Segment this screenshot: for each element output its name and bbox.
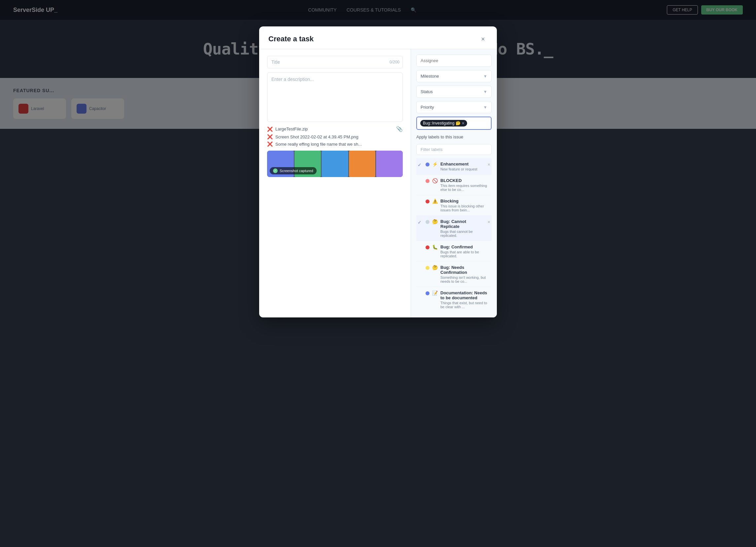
right-panel: Milestone ▼ Status ▼ Priority ▼ Bug::Inv…	[411, 49, 497, 318]
screenshot-badge: ✓ Screenshot captured	[270, 167, 317, 174]
label-emoji-documentation: 📝	[432, 291, 438, 296]
assignee-input[interactable]	[416, 54, 492, 67]
tag-remove-button[interactable]: ×	[462, 121, 464, 125]
label-item-blocked[interactable]: ✓ 🚫 BLOCKED This item requires something…	[416, 175, 492, 195]
filter-labels-input[interactable]	[416, 144, 492, 155]
milestone-select[interactable]: Milestone ▼	[416, 70, 492, 82]
labels-section-header: Apply labels to this issue	[416, 133, 492, 141]
label-dot-bug-cannot-replicate	[426, 220, 430, 224]
active-tag: Bug::Investigating 🤔 ×	[420, 120, 467, 126]
label-desc-bug-cannot-replicate: Bugs that cannot be replicated.	[440, 229, 485, 237]
label-item-enhancement[interactable]: ✓ ⚡ Enhancement New feature or request ×	[416, 158, 492, 175]
file-item-3: ❌ Some really effing long file name that…	[267, 141, 403, 147]
file-name-1: LargeTestFile.zip	[275, 126, 308, 131]
strip-3	[322, 151, 348, 177]
screenshot-preview: ✓ Screenshot captured	[267, 151, 403, 177]
label-emoji-bug-confirmed: 🐛	[432, 244, 438, 250]
modal-body: 0/200 ❌ LargeTestFile.zip 📎 ❌ Screen Sho…	[259, 49, 497, 318]
priority-chevron-icon: ▼	[483, 105, 487, 110]
label-content-blocking: Blocking This issue is blocking other is…	[440, 198, 490, 212]
modal-overlay: Create a task × 0/200 ❌ LargeTestFile.zi…	[0, 0, 756, 547]
description-textarea[interactable]	[267, 72, 403, 122]
file-name-2: Screen Shot 2022-02-02 at 4.39.45 PM.png	[275, 134, 359, 139]
file-item-2: ❌ Screen Shot 2022-02-02 at 4.39.45 PM.p…	[267, 134, 403, 139]
label-name-blocking: Blocking	[440, 198, 490, 203]
label-name-enhancement: Enhancement	[440, 161, 485, 166]
label-desc-bug-confirmed: Bugs that are able to be replicated.	[440, 250, 490, 258]
check-circle-icon: ✓	[273, 168, 278, 173]
label-dot-enhancement	[426, 162, 430, 166]
label-name-bug-needs-confirmation: Bug: Needs Confirmation	[440, 265, 490, 275]
create-task-modal: Create a task × 0/200 ❌ LargeTestFile.zi…	[259, 26, 497, 318]
file-error-icon-1: ❌	[267, 126, 273, 132]
char-count: 0/200	[390, 60, 399, 64]
priority-label: Priority	[421, 105, 434, 110]
milestone-label: Milestone	[421, 74, 439, 79]
label-name-bug-confirmed: Bug: Confirmed	[440, 244, 490, 249]
file-item-1: ❌ LargeTestFile.zip 📎	[267, 126, 403, 132]
modal-title: Create a task	[268, 35, 314, 43]
file-error-icon-2: ❌	[267, 134, 273, 139]
label-item-blocking[interactable]: ✓ ⚠️ Blocking This issue is blocking oth…	[416, 195, 492, 216]
label-item-bug-confirmed[interactable]: ✓ 🐛 Bug: Confirmed Bugs that are able to…	[416, 241, 492, 261]
label-content-blocked: BLOCKED This item requires something els…	[440, 178, 490, 191]
label-dot-blocking	[426, 199, 430, 203]
label-dot-blocked	[426, 179, 430, 183]
label-item-bug-cannot-replicate[interactable]: ✓ 🤔 Bug: Cannot Replicate Bugs that cann…	[416, 216, 492, 241]
label-item-documentation[interactable]: ✓ 📝 Documentation: Needs to be documente…	[416, 287, 492, 312]
label-check-bug-cannot-replicate: ✓	[418, 220, 423, 225]
label-content-bug-confirmed: Bug: Confirmed Bugs that are able to be …	[440, 244, 490, 258]
close-button[interactable]: ×	[478, 34, 488, 44]
status-chevron-icon: ▼	[483, 89, 487, 94]
label-emoji-bug-cannot-replicate: 🤔	[432, 219, 438, 224]
label-name-blocked: BLOCKED	[440, 178, 490, 183]
milestone-chevron-icon: ▼	[483, 74, 487, 79]
label-dot-bug-needs-confirmation	[426, 266, 430, 270]
label-emoji-bug-needs-confirmation: 🤔	[432, 265, 438, 270]
label-desc-blocked: This item requires something else to be …	[440, 184, 490, 191]
file-name-3: Some really effing long file name that w…	[275, 142, 362, 147]
label-item-bug-needs-confirmation[interactable]: ✓ 🤔 Bug: Needs Confirmation Something is…	[416, 261, 492, 287]
labels-list: ✓ ⚡ Enhancement New feature or request ×…	[416, 158, 492, 312]
label-desc-blocking: This issue is blocking other issues from…	[440, 204, 490, 212]
file-error-icon-3: ❌	[267, 141, 273, 147]
strip-4	[349, 151, 376, 177]
title-field-wrap: 0/200	[267, 56, 403, 68]
label-name-documentation: Documentation: Needs to be documented	[440, 291, 490, 300]
attachment-icon: 📎	[396, 126, 403, 132]
label-emoji-blocking: ⚠️	[432, 198, 438, 204]
title-input[interactable]	[267, 56, 403, 68]
label-content-enhancement: Enhancement New feature or request	[440, 161, 485, 171]
label-emoji-blocked: 🚫	[432, 178, 438, 183]
tags-area: Bug::Investigating 🤔 ×	[416, 117, 492, 130]
label-dot-documentation	[426, 291, 430, 295]
label-name-bug-cannot-replicate: Bug: Cannot Replicate	[440, 219, 485, 229]
left-panel: 0/200 ❌ LargeTestFile.zip 📎 ❌ Screen Sho…	[259, 49, 411, 318]
screenshot-badge-text: Screenshot captured	[280, 169, 313, 173]
label-emoji-enhancement: ⚡	[432, 161, 438, 167]
label-check-enhancement: ✓	[418, 162, 423, 167]
label-dot-bug-confirmed	[426, 245, 430, 249]
status-label: Status	[421, 89, 433, 94]
priority-select[interactable]: Priority ▼	[416, 101, 492, 113]
status-select[interactable]: Status ▼	[416, 85, 492, 98]
label-desc-enhancement: New feature or request	[440, 167, 485, 171]
label-content-documentation: Documentation: Needs to be documented Th…	[440, 291, 490, 309]
label-desc-documentation: Things that exist, but need to be clear …	[440, 301, 490, 309]
active-tag-text: Bug::Investigating 🤔	[423, 121, 461, 125]
label-x-bug-cannot-replicate[interactable]: ×	[488, 219, 490, 224]
label-content-bug-cannot-replicate: Bug: Cannot Replicate Bugs that cannot b…	[440, 219, 485, 237]
label-content-bug-needs-confirmation: Bug: Needs Confirmation Something isn't …	[440, 265, 490, 284]
file-list: ❌ LargeTestFile.zip 📎 ❌ Screen Shot 2022…	[267, 126, 403, 147]
label-desc-bug-needs-confirmation: Something isn't working, but needs to be…	[440, 276, 490, 284]
label-x-enhancement[interactable]: ×	[488, 162, 490, 167]
strip-5	[376, 151, 403, 177]
modal-header: Create a task ×	[259, 26, 497, 49]
